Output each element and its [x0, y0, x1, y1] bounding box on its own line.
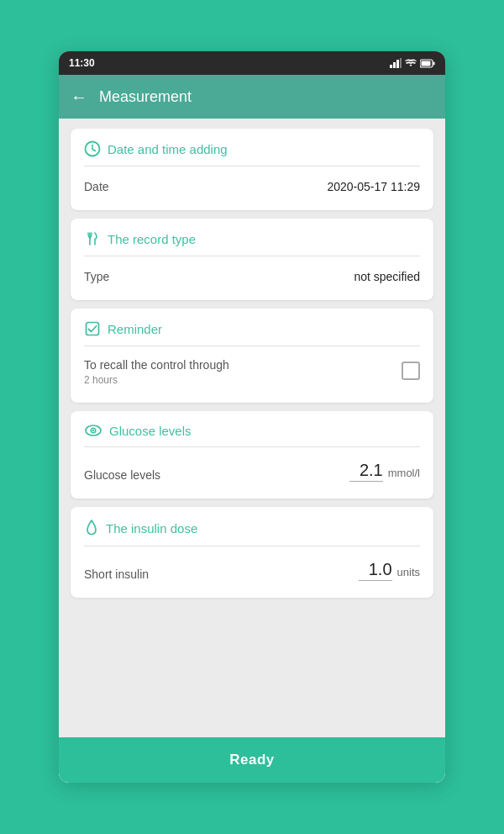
glucose-eye-icon	[84, 423, 102, 438]
date-time-header: Date and time adding	[84, 140, 420, 166]
glucose-title: Glucose levels	[109, 424, 192, 438]
insulin-dose-card: The insulin dose Short insulin 1.0 units	[71, 507, 433, 598]
type-value: not specified	[354, 270, 420, 283]
status-icons	[390, 58, 435, 68]
svg-rect-3	[400, 58, 402, 68]
phone-frame: 11:30 ← Measurement	[59, 51, 445, 783]
date-value: 2020-05-17 11:29	[327, 180, 420, 193]
svg-rect-6	[422, 61, 431, 66]
date-time-card: Date and time adding Date 2020-05-17 11:…	[71, 129, 433, 210]
glucose-value[interactable]: 2.1	[349, 461, 383, 482]
type-row: Type not specified	[84, 265, 420, 288]
reminder-toggle-checkbox[interactable]	[402, 362, 420, 380]
ready-button[interactable]: Ready	[59, 737, 445, 783]
status-bar: 11:30	[59, 51, 445, 75]
signal-icon	[390, 58, 402, 68]
reminder-title: Reminder	[108, 322, 162, 336]
insulin-header: The insulin dose	[84, 519, 420, 546]
insulin-label: Short insulin	[84, 567, 149, 581]
reminder-card: Reminder To recall the control through 2…	[71, 309, 433, 403]
svg-rect-10	[87, 323, 99, 335]
reminder-header: Reminder	[84, 320, 420, 346]
date-label: Date	[84, 180, 109, 193]
wifi-icon	[405, 59, 417, 68]
reminder-main-text: To recall the control through	[84, 358, 229, 372]
glucose-header: Glucose levels	[84, 423, 420, 447]
fork-knife-icon	[84, 230, 101, 247]
insulin-value-unit: 1.0 units	[359, 560, 420, 581]
type-label: Type	[84, 270, 109, 283]
record-type-card: The record type Type not specified	[71, 219, 433, 300]
glucose-unit: mmol/l	[388, 467, 420, 482]
date-row: Date 2020-05-17 11:29	[84, 175, 420, 198]
svg-rect-2	[396, 60, 399, 68]
battery-icon	[420, 59, 435, 68]
insulin-row: Short insulin 1.0 units	[84, 555, 420, 586]
insulin-title: The insulin dose	[106, 521, 197, 536]
date-time-title: Date and time adding	[108, 142, 228, 156]
insulin-drop-icon	[84, 519, 99, 537]
svg-rect-1	[393, 62, 396, 68]
reminder-sub-text: 2 hours	[84, 374, 229, 386]
svg-rect-0	[390, 65, 392, 68]
insulin-unit: units	[397, 566, 420, 581]
glucose-value-unit: 2.1 mmol/l	[349, 461, 420, 482]
glucose-levels-card: Glucose levels Glucose levels 2.1 mmol/l	[71, 411, 433, 499]
app-bar-title: Measurement	[99, 88, 192, 106]
clock-icon	[84, 140, 101, 157]
back-button[interactable]: ←	[71, 87, 87, 107]
status-time: 11:30	[69, 57, 95, 69]
main-content: Date and time adding Date 2020-05-17 11:…	[59, 119, 445, 737]
reminder-checkbox-icon	[84, 320, 101, 337]
record-type-header: The record type	[84, 230, 420, 256]
insulin-value[interactable]: 1.0	[359, 560, 392, 581]
svg-point-13	[92, 430, 94, 431]
app-bar: ← Measurement	[59, 75, 445, 119]
reminder-body: To recall the control through 2 hours	[84, 355, 420, 391]
glucose-row: Glucose levels 2.1 mmol/l	[84, 456, 420, 487]
glucose-label: Glucose levels	[84, 468, 160, 482]
record-type-title: The record type	[108, 232, 196, 246]
svg-rect-5	[433, 61, 435, 65]
reminder-text-block: To recall the control through 2 hours	[84, 358, 229, 386]
